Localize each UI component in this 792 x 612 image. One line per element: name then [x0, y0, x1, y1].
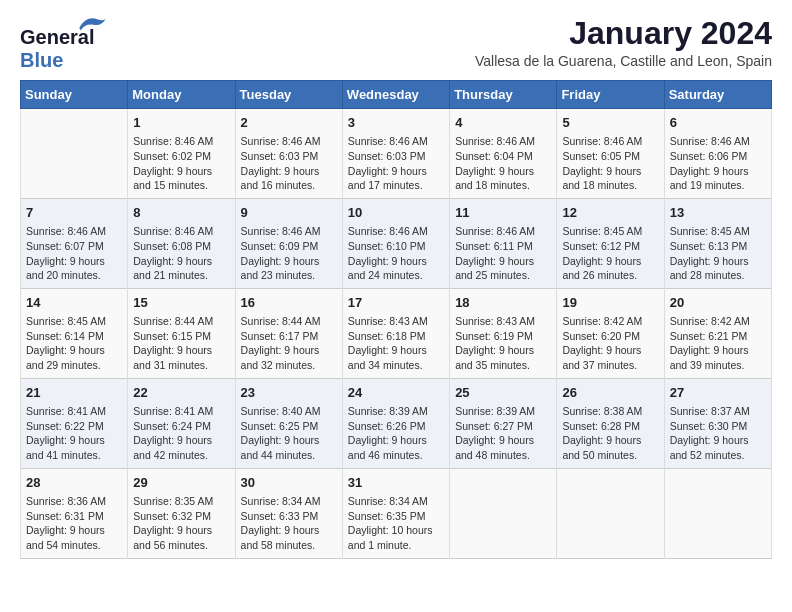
cell-detail: Daylight: 9 hours — [562, 343, 658, 358]
cell-detail: Sunrise: 8:42 AM — [562, 314, 658, 329]
cell-detail: Sunset: 6:03 PM — [241, 149, 337, 164]
cell-detail: Sunset: 6:22 PM — [26, 419, 122, 434]
cell-detail: Sunrise: 8:45 AM — [562, 224, 658, 239]
cell-detail: Sunrise: 8:46 AM — [133, 224, 229, 239]
day-number: 19 — [562, 294, 658, 312]
cell-detail: Sunset: 6:06 PM — [670, 149, 766, 164]
day-number: 17 — [348, 294, 444, 312]
cell-detail: Sunrise: 8:46 AM — [348, 224, 444, 239]
cell-detail: and 41 minutes. — [26, 448, 122, 463]
cell-detail: and 18 minutes. — [455, 178, 551, 193]
calendar-cell: 10Sunrise: 8:46 AMSunset: 6:10 PMDayligh… — [342, 198, 449, 288]
cell-detail: Daylight: 9 hours — [133, 343, 229, 358]
day-number: 6 — [670, 114, 766, 132]
cell-detail: and 15 minutes. — [133, 178, 229, 193]
calendar-cell: 23Sunrise: 8:40 AMSunset: 6:25 PMDayligh… — [235, 378, 342, 468]
cell-detail: Sunset: 6:13 PM — [670, 239, 766, 254]
cell-detail: and 39 minutes. — [670, 358, 766, 373]
day-number: 27 — [670, 384, 766, 402]
cell-detail: and 44 minutes. — [241, 448, 337, 463]
cell-detail: Sunset: 6:11 PM — [455, 239, 551, 254]
cell-detail: Sunset: 6:24 PM — [133, 419, 229, 434]
cell-detail: Sunrise: 8:44 AM — [133, 314, 229, 329]
calendar-cell: 1Sunrise: 8:46 AMSunset: 6:02 PMDaylight… — [128, 109, 235, 199]
day-number: 1 — [133, 114, 229, 132]
cell-detail: Sunrise: 8:40 AM — [241, 404, 337, 419]
col-header-wednesday: Wednesday — [342, 81, 449, 109]
cell-detail: and 50 minutes. — [562, 448, 658, 463]
cell-detail: Sunrise: 8:46 AM — [348, 134, 444, 149]
cell-detail: Daylight: 9 hours — [26, 254, 122, 269]
cell-detail: Sunset: 6:04 PM — [455, 149, 551, 164]
cell-detail: Sunset: 6:07 PM — [26, 239, 122, 254]
cell-detail: Sunrise: 8:34 AM — [241, 494, 337, 509]
cell-detail: Daylight: 9 hours — [670, 343, 766, 358]
cell-detail: Daylight: 9 hours — [670, 164, 766, 179]
day-number: 16 — [241, 294, 337, 312]
calendar-cell — [21, 109, 128, 199]
col-header-tuesday: Tuesday — [235, 81, 342, 109]
calendar-cell: 5Sunrise: 8:46 AMSunset: 6:05 PMDaylight… — [557, 109, 664, 199]
cell-detail: Daylight: 9 hours — [26, 433, 122, 448]
calendar-cell: 30Sunrise: 8:34 AMSunset: 6:33 PMDayligh… — [235, 468, 342, 558]
calendar-cell — [450, 468, 557, 558]
cell-detail: Sunrise: 8:46 AM — [241, 134, 337, 149]
cell-detail: Daylight: 9 hours — [348, 164, 444, 179]
day-number: 4 — [455, 114, 551, 132]
calendar-cell — [557, 468, 664, 558]
cell-detail: Sunrise: 8:43 AM — [455, 314, 551, 329]
logo-general: General — [20, 26, 94, 49]
day-number: 10 — [348, 204, 444, 222]
cell-detail: Sunset: 6:27 PM — [455, 419, 551, 434]
calendar-week-row: 7Sunrise: 8:46 AMSunset: 6:07 PMDaylight… — [21, 198, 772, 288]
col-header-sunday: Sunday — [21, 81, 128, 109]
cell-detail: Daylight: 9 hours — [670, 433, 766, 448]
calendar-table: SundayMondayTuesdayWednesdayThursdayFrid… — [20, 80, 772, 559]
cell-detail: and 29 minutes. — [26, 358, 122, 373]
cell-detail: Sunrise: 8:36 AM — [26, 494, 122, 509]
col-header-friday: Friday — [557, 81, 664, 109]
cell-detail: Daylight: 9 hours — [133, 433, 229, 448]
calendar-cell: 12Sunrise: 8:45 AMSunset: 6:12 PMDayligh… — [557, 198, 664, 288]
cell-detail: Sunrise: 8:39 AM — [455, 404, 551, 419]
calendar-cell: 22Sunrise: 8:41 AMSunset: 6:24 PMDayligh… — [128, 378, 235, 468]
cell-detail: and 1 minute. — [348, 538, 444, 553]
cell-detail: and 26 minutes. — [562, 268, 658, 283]
calendar-cell: 2Sunrise: 8:46 AMSunset: 6:03 PMDaylight… — [235, 109, 342, 199]
cell-detail: Sunrise: 8:34 AM — [348, 494, 444, 509]
calendar-cell: 3Sunrise: 8:46 AMSunset: 6:03 PMDaylight… — [342, 109, 449, 199]
day-number: 14 — [26, 294, 122, 312]
day-number: 23 — [241, 384, 337, 402]
cell-detail: Sunset: 6:05 PM — [562, 149, 658, 164]
day-number: 29 — [133, 474, 229, 492]
calendar-cell: 20Sunrise: 8:42 AMSunset: 6:21 PMDayligh… — [664, 288, 771, 378]
calendar-cell: 4Sunrise: 8:46 AMSunset: 6:04 PMDaylight… — [450, 109, 557, 199]
cell-detail: Daylight: 9 hours — [133, 523, 229, 538]
cell-detail: Sunset: 6:18 PM — [348, 329, 444, 344]
day-number: 20 — [670, 294, 766, 312]
cell-detail: and 58 minutes. — [241, 538, 337, 553]
cell-detail: Sunset: 6:12 PM — [562, 239, 658, 254]
month-title: January 2024 — [475, 16, 772, 51]
cell-detail: Sunset: 6:33 PM — [241, 509, 337, 524]
cell-detail: Daylight: 9 hours — [26, 343, 122, 358]
calendar-cell: 28Sunrise: 8:36 AMSunset: 6:31 PMDayligh… — [21, 468, 128, 558]
cell-detail: Sunset: 6:35 PM — [348, 509, 444, 524]
calendar-cell: 26Sunrise: 8:38 AMSunset: 6:28 PMDayligh… — [557, 378, 664, 468]
cell-detail: Sunset: 6:14 PM — [26, 329, 122, 344]
cell-detail: Sunrise: 8:35 AM — [133, 494, 229, 509]
cell-detail: Daylight: 9 hours — [455, 433, 551, 448]
calendar-cell: 9Sunrise: 8:46 AMSunset: 6:09 PMDaylight… — [235, 198, 342, 288]
cell-detail: Sunrise: 8:46 AM — [241, 224, 337, 239]
logo-blue: Blue — [20, 49, 63, 71]
cell-detail: and 24 minutes. — [348, 268, 444, 283]
cell-detail: and 34 minutes. — [348, 358, 444, 373]
calendar-cell: 7Sunrise: 8:46 AMSunset: 6:07 PMDaylight… — [21, 198, 128, 288]
cell-detail: Sunset: 6:25 PM — [241, 419, 337, 434]
cell-detail: Daylight: 9 hours — [241, 343, 337, 358]
cell-detail: Daylight: 10 hours — [348, 523, 444, 538]
cell-detail: Sunrise: 8:39 AM — [348, 404, 444, 419]
calendar-week-row: 28Sunrise: 8:36 AMSunset: 6:31 PMDayligh… — [21, 468, 772, 558]
col-header-thursday: Thursday — [450, 81, 557, 109]
day-number: 12 — [562, 204, 658, 222]
